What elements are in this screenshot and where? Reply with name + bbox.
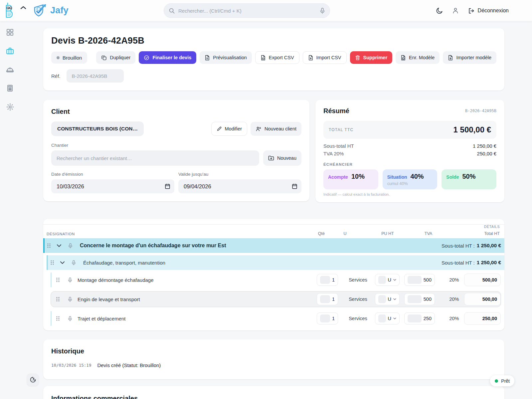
shield-logo-icon [33,3,48,17]
subsection-subtotal: Sous-total HT : 1 250,00 € [442,255,501,270]
unit-select[interactable]: U [375,312,400,324]
line-total: 500,00 [464,293,501,305]
collapse-chevron-up-icon[interactable] [20,4,29,11]
unit-value: U [388,297,391,302]
drag-handle-icon[interactable] [56,296,60,302]
chevron-down-icon[interactable] [57,244,62,247]
app-logo[interactable]: Jafy [33,3,69,17]
brand-name: Jafy [50,5,69,16]
drag-handle-icon[interactable] [50,260,55,266]
import-template-button[interactable]: Importer modèle [443,51,496,64]
unit-price-input[interactable]: 250 [404,312,435,324]
search-icon [169,8,175,14]
valid-until-input[interactable] [184,183,292,190]
items-table-card: DÉSIGNATION Qté U PU HT TVA DÉTAILS Tota… [43,219,504,330]
sidebar-item-worksites[interactable] [4,64,16,75]
file-export-icon [261,55,266,61]
history-event: Devis créé (Statut: Brouillon) [97,362,161,368]
item-row[interactable]: Montage démontage échafaudage 1 Services… [43,273,504,287]
issue-date-input[interactable] [57,183,165,190]
modify-client-button[interactable]: Modifier [211,122,248,136]
subsection-row[interactable]: Échafaudage, transport, manutention Sous… [47,255,504,270]
cookie-settings-button[interactable] [27,373,39,386]
unit-price-input[interactable]: 500 [404,293,435,305]
dictate-mic-icon[interactable] [68,297,72,302]
import-csv-label: Import CSV [316,55,341,60]
site-search-input[interactable] [51,150,259,166]
dictate-mic-icon[interactable] [68,277,72,283]
chevron-down-icon [393,317,396,319]
section-row[interactable]: Concerne le montage d'un échafaudage sur… [43,238,504,253]
unit-price-fill [408,276,422,284]
item-row[interactable]: Trajet et déplacement 1 Services U 250 2… [43,311,504,326]
finalize-button[interactable]: Finaliser le devis [139,51,196,64]
top-header: Jafy Déconnexion [0,0,532,21]
import-template-label: Importer modèle [456,55,491,60]
import-csv-button[interactable]: Import CSV [303,51,347,64]
logout-button[interactable]: Déconnexion [468,7,509,14]
check-circle-icon [144,55,149,61]
dictate-mic-icon[interactable] [68,243,73,249]
valid-until-field[interactable] [178,179,301,193]
subsection-title: Échafaudage, transport, manutention [83,260,165,266]
line-total: 250,00 [464,312,501,325]
qty-value: 1 [332,316,335,321]
drag-handle-icon[interactable] [56,315,60,321]
finalize-label: Finaliser le devis [152,55,191,60]
item-row-selected[interactable]: Engin de levage et transport 1 Services … [43,292,504,306]
global-search[interactable] [164,3,330,18]
col-unit-price: PU HT [371,231,404,236]
ref-label: Réf. [51,73,61,79]
pencil-icon [217,126,222,131]
qty-input[interactable]: 1 [317,274,338,286]
unit-fill [378,276,386,284]
qty-fill [320,314,330,322]
category-cell[interactable]: Services [341,297,375,302]
user-profile-icon[interactable] [452,7,459,14]
chevron-down-icon[interactable] [60,261,65,264]
issue-date-field[interactable] [51,179,174,193]
delete-button[interactable]: Supprimer [350,51,393,64]
calendar-icon[interactable] [292,183,297,189]
settings-gear-icon [6,103,14,111]
calendar-icon[interactable] [165,183,170,189]
drag-handle-icon[interactable] [47,243,51,249]
unit-price-input[interactable]: 500 [404,274,435,286]
balance-label: Solde [446,174,459,180]
situation-chip: Situation 40% cumul 40% [383,169,438,189]
voice-search-mic-icon[interactable] [320,8,325,14]
logout-icon [468,7,475,14]
qty-value: 1 [332,297,335,302]
drag-handle-icon[interactable] [56,277,60,283]
total-ttc-value: 1 500,00 € [453,125,491,134]
new-client-button[interactable]: Nouveau client [251,122,301,136]
category-cell[interactable]: Services [341,277,375,283]
unit-select[interactable]: U [375,293,400,305]
assistant-robot-icon[interactable] [3,2,17,19]
unit-fill [378,314,386,322]
history-title: Historique [51,347,496,355]
search-input[interactable] [178,8,316,14]
file-save-icon [401,55,406,61]
trash-icon [355,55,360,61]
dark-mode-moon-icon[interactable] [436,7,443,14]
dictate-mic-icon[interactable] [68,316,72,321]
subsection-subtotal-label: Sous-total HT : [442,260,475,266]
duplicate-label: Dupliquer [110,55,130,60]
save-template-button[interactable]: Enr. Modèle [396,51,440,64]
sidebar-item-quotes[interactable] [4,45,16,57]
preview-button[interactable]: Prévisualisation [200,51,252,64]
client-name-button[interactable]: CONSTRUCTEURS BOIS (CONS… [51,121,144,136]
export-csv-button[interactable]: Export CSV [255,51,299,64]
duplicate-button[interactable]: Dupliquer [96,51,135,64]
new-site-button[interactable]: Nouveau [263,150,301,166]
sidebar-item-calculator[interactable] [4,83,16,94]
dictate-mic-icon[interactable] [72,260,76,266]
qty-input[interactable]: 1 [317,293,338,305]
unit-select[interactable]: U [375,274,400,286]
ref-input[interactable] [67,69,124,83]
sidebar-item-dashboard[interactable] [4,27,16,38]
category-cell[interactable]: Services [341,316,375,321]
sidebar-item-settings[interactable] [4,101,16,112]
qty-input[interactable]: 1 [317,312,338,324]
